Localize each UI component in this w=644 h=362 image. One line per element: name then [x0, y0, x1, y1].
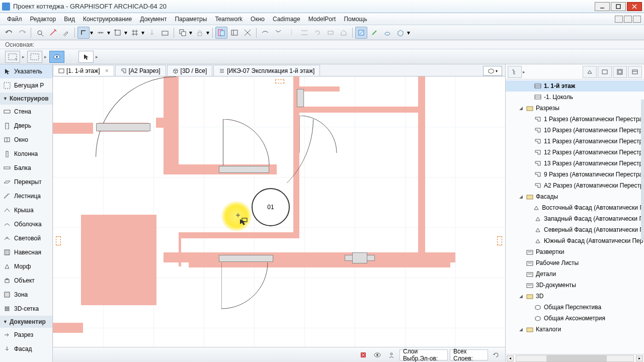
ortho-dropdown[interactable]: ▾: [90, 29, 94, 36]
nav-item[interactable]: ◢Разрезы: [506, 103, 644, 114]
nav-item[interactable]: Восточный Фасад (Автоматически П: [506, 202, 644, 213]
nav-item[interactable]: 9 Разрез (Автоматически Перестра: [506, 169, 644, 180]
nav-item[interactable]: -1. Цоколь: [506, 92, 644, 103]
box-dropdown[interactable]: ▾: [407, 29, 411, 36]
menu-file[interactable]: Файл: [3, 14, 26, 24]
zone-marker[interactable]: 01: [252, 188, 290, 226]
hscroll-left[interactable]: ◂: [507, 355, 514, 361]
home-button[interactable]: [338, 27, 350, 39]
lock-button[interactable]: [194, 27, 206, 39]
tool-slab[interactable]: Перекрыт: [0, 175, 52, 189]
trace-button[interactable]: [215, 27, 227, 39]
status-delete-icon[interactable]: [357, 349, 369, 360]
undo-button[interactable]: [3, 27, 15, 39]
tab-schedule[interactable]: [ИКЭ-07 Экспликация 1-й этаж]: [213, 65, 320, 76]
view-settings-button[interactable]: ▾: [483, 66, 502, 76]
expand-icon[interactable]: ◢: [518, 106, 524, 111]
navigator-tree[interactable]: 1. 1-й этаж-1. Цоколь◢Разрезы1 Разрез (А…: [506, 79, 644, 354]
menu-design[interactable]: Конструирование: [79, 14, 136, 24]
nav-view-button[interactable]: [598, 66, 612, 78]
tab-close-icon[interactable]: ×: [105, 67, 109, 74]
drawing-canvas[interactable]: 01 Слои Выбр.Эл-ов: Всех Слоев:: [53, 76, 505, 362]
align-button[interactable]: [298, 27, 310, 39]
snap-button[interactable]: [112, 27, 124, 39]
tool-morph[interactable]: Морф: [0, 259, 52, 274]
cloud-button[interactable]: [381, 27, 393, 39]
nav-item[interactable]: 12 Разрез (Автоматически Перестр: [506, 147, 644, 158]
nav-item[interactable]: Северный Фасад (Автоматически П: [506, 224, 644, 235]
menu-options[interactable]: Параметры: [171, 14, 211, 24]
tab-3d[interactable]: [3D / Все]: [167, 65, 213, 76]
nav-layout-button[interactable]: [613, 66, 627, 78]
nav-item[interactable]: 1. 1-й этаж: [506, 80, 644, 92]
tool-mesh[interactable]: 3D-сетка: [0, 302, 52, 316]
scrollbar-track[interactable]: [641, 100, 644, 240]
nav-item[interactable]: Общая Аксонометрия: [506, 313, 644, 324]
mode-2-expand[interactable]: ▸: [44, 54, 47, 59]
status-person-icon[interactable]: [385, 349, 397, 360]
nav-tree-button[interactable]: [508, 66, 522, 78]
menu-editor[interactable]: Редактор: [26, 14, 60, 24]
magic-wand-button[interactable]: [355, 27, 367, 39]
menu-cadimage[interactable]: Cadimage: [269, 14, 304, 24]
measure-button[interactable]: [259, 27, 271, 39]
doc-restore-button[interactable]: [624, 16, 632, 23]
tool-skylight[interactable]: Световой: [0, 231, 52, 245]
tab-section-a2[interactable]: [А2 Разрез]: [115, 65, 166, 76]
nav-item[interactable]: 11 Разрез (Автоматически Перестр: [506, 136, 644, 147]
menu-window[interactable]: Окно: [247, 14, 269, 24]
tool-pointer[interactable]: Указатель: [0, 64, 52, 78]
nav-item[interactable]: ◢Каталоги: [506, 324, 644, 335]
hscroll-track[interactable]: [516, 355, 634, 362]
expand-icon[interactable]: ◢: [518, 327, 524, 332]
mode-1-expand[interactable]: ▸: [22, 54, 25, 59]
nav-tree-expand[interactable]: ▸: [523, 69, 526, 74]
tool-shell[interactable]: Оболочка: [0, 217, 52, 231]
doc-close-button[interactable]: [633, 16, 641, 23]
menu-modelport[interactable]: ModelPort: [304, 14, 340, 24]
ortho-button[interactable]: [77, 27, 90, 39]
guide-button[interactable]: [95, 27, 107, 39]
grid-button[interactable]: [129, 27, 141, 39]
gravity-button[interactable]: [146, 27, 158, 39]
tool-marquee[interactable]: Бегущая Р: [0, 78, 52, 93]
nav-publisher-button[interactable]: [628, 66, 642, 78]
hscroll-right[interactable]: ▸: [636, 355, 643, 361]
tool-beam[interactable]: Балка: [0, 161, 52, 175]
tool-object[interactable]: Объект: [0, 274, 52, 288]
nav-item[interactable]: ◢Фасады: [506, 191, 644, 202]
close-button[interactable]: [627, 2, 642, 11]
syringe-button[interactable]: [60, 27, 72, 39]
guide-dropdown[interactable]: ▾: [107, 29, 111, 36]
snap-dropdown[interactable]: ▾: [124, 29, 128, 36]
crop-button[interactable]: [242, 27, 254, 39]
nav-map-button[interactable]: [583, 66, 597, 78]
minimize-button[interactable]: [595, 2, 610, 11]
lock-dropdown[interactable]: ▾: [206, 29, 210, 36]
tool-stair[interactable]: Лестница: [0, 189, 52, 203]
maximize-button[interactable]: [611, 2, 626, 11]
nav-item[interactable]: 10 Разрез (Автоматически Перестр: [506, 125, 644, 136]
tool-elevation[interactable]: Фасад: [0, 342, 52, 356]
nav-item[interactable]: Рабочие Листы: [506, 257, 644, 268]
nav-item[interactable]: Развертки: [506, 246, 644, 257]
cursor-expand[interactable]: ▸: [96, 54, 99, 59]
redo-button[interactable]: [16, 27, 28, 39]
grid-dropdown[interactable]: ▾: [141, 29, 145, 36]
menu-document[interactable]: Документ: [136, 14, 171, 24]
nav-item[interactable]: 1 Разрез (Автоматически Перестра: [506, 114, 644, 125]
cursor-mode[interactable]: [78, 51, 94, 63]
nav-item[interactable]: Западный Фасад (Автоматически П: [506, 213, 644, 224]
nav-item[interactable]: ◢3D: [506, 291, 644, 302]
tab-floor-1[interactable]: [1. 1-й этаж] ×: [53, 65, 114, 76]
layers-dropdown[interactable]: ▾: [189, 29, 193, 36]
nav-item[interactable]: 13 Разрез (Автоматически Перестр: [506, 158, 644, 169]
nav-item[interactable]: Южный Фасад (Автоматически Пер: [506, 235, 644, 246]
mode-select-1[interactable]: [5, 51, 20, 63]
nav-item[interactable]: 3D-документы: [506, 280, 644, 291]
brush-button[interactable]: [368, 27, 380, 39]
tool-zone[interactable]: Зона: [0, 288, 52, 302]
status-refresh-icon[interactable]: [490, 349, 502, 360]
tool-curtain[interactable]: Навесная: [0, 245, 52, 259]
trim-button[interactable]: [272, 27, 284, 39]
